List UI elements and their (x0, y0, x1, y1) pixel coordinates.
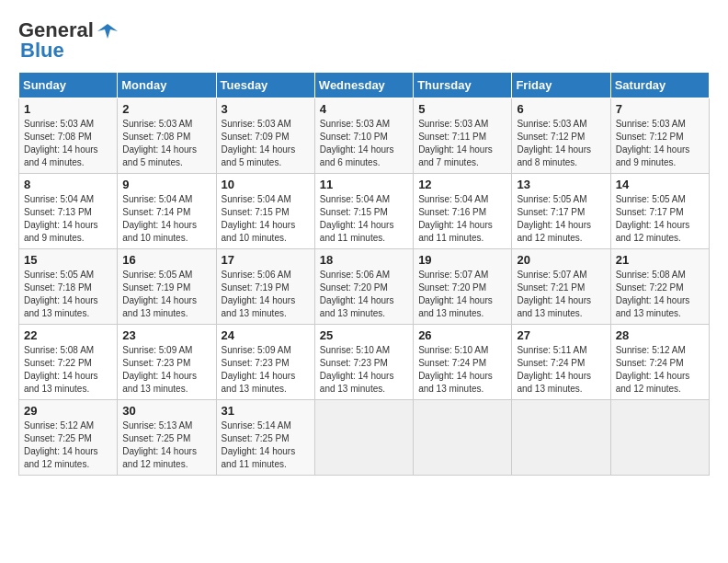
day-number: 6 (517, 102, 605, 116)
calendar-cell: 6Sunrise: 5:03 AM Sunset: 7:12 PM Daylig… (512, 98, 610, 174)
day-info: Sunrise: 5:06 AM Sunset: 7:19 PM Dayligh… (222, 269, 310, 320)
day-number: 28 (616, 328, 704, 342)
day-info: Sunrise: 5:05 AM Sunset: 7:17 PM Dayligh… (517, 193, 605, 245)
day-info: Sunrise: 5:03 AM Sunset: 7:10 PM Dayligh… (320, 118, 408, 169)
calendar-cell (512, 400, 610, 476)
calendar-cell: 18Sunrise: 5:06 AM Sunset: 7:20 PM Dayli… (314, 249, 413, 325)
day-number: 1 (24, 102, 112, 116)
calendar-cell: 9Sunrise: 5:04 AM Sunset: 7:14 PM Daylig… (118, 174, 216, 249)
day-number: 23 (122, 328, 210, 342)
calendar-cell: 7Sunrise: 5:03 AM Sunset: 7:12 PM Daylig… (610, 98, 709, 174)
calendar-cell: 13Sunrise: 5:05 AM Sunset: 7:17 PM Dayli… (512, 174, 610, 249)
day-number: 24 (222, 328, 310, 342)
day-number: 25 (320, 328, 408, 342)
calendar-cell: 1Sunrise: 5:03 AM Sunset: 7:08 PM Daylig… (19, 98, 118, 174)
calendar-cell: 2Sunrise: 5:03 AM Sunset: 7:08 PM Daylig… (118, 98, 216, 174)
calendar-cell: 8Sunrise: 5:04 AM Sunset: 7:13 PM Daylig… (19, 174, 118, 249)
day-info: Sunrise: 5:03 AM Sunset: 7:09 PM Dayligh… (222, 118, 310, 169)
day-number: 5 (418, 102, 506, 116)
calendar-cell: 22Sunrise: 5:08 AM Sunset: 7:22 PM Dayli… (19, 325, 118, 400)
calendar-cell: 26Sunrise: 5:10 AM Sunset: 7:24 PM Dayli… (414, 325, 512, 400)
calendar-cell: 27Sunrise: 5:11 AM Sunset: 7:24 PM Dayli… (512, 325, 610, 400)
day-number: 22 (24, 328, 112, 342)
day-info: Sunrise: 5:04 AM Sunset: 7:15 PM Dayligh… (320, 193, 408, 245)
calendar-cell: 19Sunrise: 5:07 AM Sunset: 7:20 PM Dayli… (414, 249, 512, 325)
day-number: 8 (24, 178, 112, 191)
calendar-table: SundayMondayTuesdayWednesdayThursdayFrid… (18, 72, 710, 476)
day-info: Sunrise: 5:07 AM Sunset: 7:20 PM Dayligh… (418, 269, 506, 320)
day-info: Sunrise: 5:05 AM Sunset: 7:19 PM Dayligh… (122, 269, 210, 320)
calendar-cell: 14Sunrise: 5:05 AM Sunset: 7:17 PM Dayli… (610, 174, 709, 249)
day-info: Sunrise: 5:14 AM Sunset: 7:25 PM Dayligh… (222, 419, 310, 471)
day-info: Sunrise: 5:03 AM Sunset: 7:08 PM Dayligh… (24, 118, 112, 169)
calendar-week-row: 15Sunrise: 5:05 AM Sunset: 7:18 PM Dayli… (19, 249, 710, 325)
day-number: 15 (24, 253, 112, 267)
day-number: 10 (222, 178, 310, 191)
calendar-cell: 5Sunrise: 5:03 AM Sunset: 7:11 PM Daylig… (414, 98, 512, 174)
day-info: Sunrise: 5:08 AM Sunset: 7:22 PM Dayligh… (24, 344, 112, 396)
column-header-wednesday: Wednesday (314, 73, 413, 98)
day-info: Sunrise: 5:09 AM Sunset: 7:23 PM Dayligh… (222, 344, 310, 396)
column-header-monday: Monday (118, 73, 216, 98)
day-number: 27 (517, 328, 605, 342)
calendar-cell: 28Sunrise: 5:12 AM Sunset: 7:24 PM Dayli… (610, 325, 709, 400)
day-number: 12 (418, 178, 506, 191)
column-header-friday: Friday (512, 73, 610, 98)
calendar-cell: 12Sunrise: 5:04 AM Sunset: 7:16 PM Dayli… (414, 174, 512, 249)
day-number: 19 (418, 253, 506, 267)
column-header-thursday: Thursday (414, 73, 512, 98)
day-number: 11 (320, 178, 408, 191)
calendar-week-row: 22Sunrise: 5:08 AM Sunset: 7:22 PM Dayli… (19, 325, 710, 400)
day-info: Sunrise: 5:06 AM Sunset: 7:20 PM Dayligh… (320, 269, 408, 320)
day-info: Sunrise: 5:07 AM Sunset: 7:21 PM Dayligh… (517, 269, 605, 320)
day-info: Sunrise: 5:10 AM Sunset: 7:23 PM Dayligh… (320, 344, 408, 396)
day-number: 26 (418, 328, 506, 342)
day-number: 20 (517, 253, 605, 267)
calendar-cell: 3Sunrise: 5:03 AM Sunset: 7:09 PM Daylig… (216, 98, 314, 174)
day-number: 17 (222, 253, 310, 267)
calendar-cell (414, 400, 512, 476)
calendar-cell: 23Sunrise: 5:09 AM Sunset: 7:23 PM Dayli… (118, 325, 216, 400)
page-header: General Blue (18, 18, 710, 63)
calendar-cell: 25Sunrise: 5:10 AM Sunset: 7:23 PM Dayli… (314, 325, 413, 400)
day-info: Sunrise: 5:04 AM Sunset: 7:15 PM Dayligh… (222, 193, 310, 245)
column-header-sunday: Sunday (19, 73, 118, 98)
day-number: 4 (320, 102, 408, 116)
calendar-week-row: 1Sunrise: 5:03 AM Sunset: 7:08 PM Daylig… (19, 98, 710, 174)
day-number: 2 (122, 102, 210, 116)
day-number: 3 (222, 102, 310, 116)
day-info: Sunrise: 5:04 AM Sunset: 7:13 PM Dayligh… (24, 193, 112, 245)
day-info: Sunrise: 5:03 AM Sunset: 7:12 PM Dayligh… (517, 118, 605, 169)
day-info: Sunrise: 5:04 AM Sunset: 7:14 PM Dayligh… (122, 193, 210, 245)
calendar-week-row: 8Sunrise: 5:04 AM Sunset: 7:13 PM Daylig… (19, 174, 710, 249)
day-number: 31 (222, 404, 310, 418)
day-number: 30 (122, 404, 210, 418)
day-info: Sunrise: 5:12 AM Sunset: 7:24 PM Dayligh… (616, 344, 704, 396)
calendar-cell: 4Sunrise: 5:03 AM Sunset: 7:10 PM Daylig… (314, 98, 413, 174)
day-info: Sunrise: 5:03 AM Sunset: 7:11 PM Dayligh… (418, 118, 506, 169)
column-header-tuesday: Tuesday (216, 73, 314, 98)
day-info: Sunrise: 5:08 AM Sunset: 7:22 PM Dayligh… (616, 269, 704, 320)
svg-marker-0 (97, 24, 118, 39)
calendar-week-row: 29Sunrise: 5:12 AM Sunset: 7:25 PM Dayli… (19, 400, 710, 476)
day-info: Sunrise: 5:11 AM Sunset: 7:24 PM Dayligh… (517, 344, 605, 396)
calendar-header-row: SundayMondayTuesdayWednesdayThursdayFrid… (19, 73, 710, 98)
day-info: Sunrise: 5:12 AM Sunset: 7:25 PM Dayligh… (24, 419, 112, 471)
day-number: 29 (24, 404, 112, 418)
day-number: 9 (122, 178, 210, 191)
calendar-cell: 17Sunrise: 5:06 AM Sunset: 7:19 PM Dayli… (216, 249, 314, 325)
day-number: 7 (616, 102, 704, 116)
calendar-cell: 21Sunrise: 5:08 AM Sunset: 7:22 PM Dayli… (610, 249, 709, 325)
calendar-cell: 20Sunrise: 5:07 AM Sunset: 7:21 PM Dayli… (512, 249, 610, 325)
logo-blue: Blue (20, 39, 64, 63)
logo: General Blue (18, 18, 118, 63)
day-info: Sunrise: 5:13 AM Sunset: 7:25 PM Dayligh… (122, 419, 210, 471)
day-info: Sunrise: 5:03 AM Sunset: 7:08 PM Dayligh… (122, 118, 210, 169)
logo-bird-icon (97, 22, 118, 39)
day-info: Sunrise: 5:09 AM Sunset: 7:23 PM Dayligh… (122, 344, 210, 396)
calendar-cell: 24Sunrise: 5:09 AM Sunset: 7:23 PM Dayli… (216, 325, 314, 400)
calendar-cell (610, 400, 709, 476)
calendar-cell (314, 400, 413, 476)
calendar-cell: 31Sunrise: 5:14 AM Sunset: 7:25 PM Dayli… (216, 400, 314, 476)
day-number: 16 (122, 253, 210, 267)
